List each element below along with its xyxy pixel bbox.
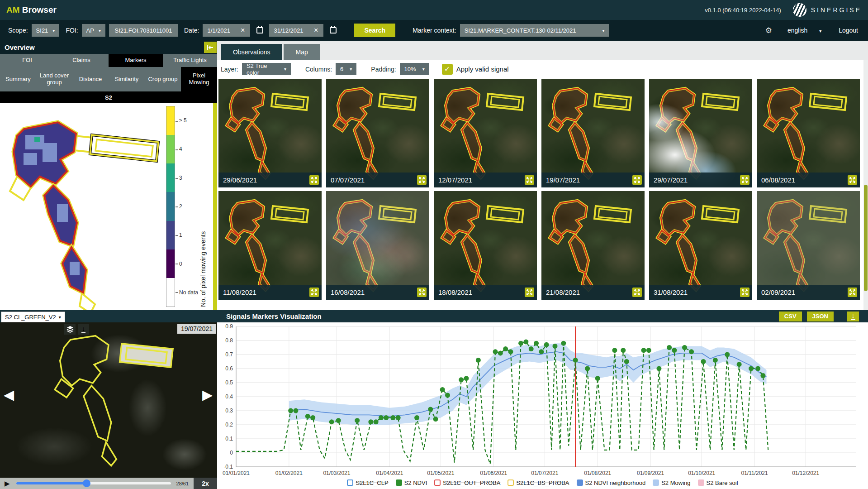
tab-crop-group[interactable]: Crop group xyxy=(145,67,181,91)
play-button[interactable]: ▶ xyxy=(5,479,10,488)
json-export-button[interactable]: JSON xyxy=(807,312,834,321)
panel-splitter-handle[interactable] xyxy=(213,103,217,310)
timelapse-date: 19/07/2021 xyxy=(177,324,216,334)
observation-card[interactable]: 31/08/2021 xyxy=(649,191,752,300)
legend-item[interactable]: S2L1C_OUT_PROBA xyxy=(434,479,500,486)
tab-claims[interactable]: Claims xyxy=(54,54,109,67)
expand-image-button[interactable] xyxy=(740,175,749,185)
pixel-mowing-map[interactable]: ≥ 5 4 3 2 1 0 No data No. of pixel mowin… xyxy=(0,103,217,310)
signals-chart[interactable]: 0.90.80.70.60.50.40.30.20.10-0.101/01/20… xyxy=(217,322,868,478)
previous-frame-button[interactable]: ◀ xyxy=(4,388,14,402)
tab-markers[interactable]: Markers xyxy=(109,54,163,67)
legend-label: S2L1C_OUT_PROBA xyxy=(443,479,500,486)
collapse-panel-button[interactable] xyxy=(204,42,217,53)
observation-card[interactable]: 29/07/2021 xyxy=(649,79,752,187)
tab-distance[interactable]: Distance xyxy=(72,67,109,91)
ndvi-point xyxy=(682,345,687,350)
language-select[interactable]: english ▾ xyxy=(787,27,821,34)
expand-image-button[interactable] xyxy=(848,175,857,185)
next-frame-button[interactable]: ▶ xyxy=(202,388,213,402)
app-title-browser: Browser xyxy=(22,5,57,14)
observation-card[interactable]: 21/08/2021 xyxy=(541,191,645,300)
tab-foi[interactable]: FOI xyxy=(0,54,54,67)
layers-button[interactable] xyxy=(64,324,76,335)
gear-icon[interactable]: ⚙ xyxy=(765,26,772,35)
timelapse-map[interactable] xyxy=(0,322,217,478)
foi-type-value: AP xyxy=(86,27,94,34)
search-button[interactable]: Search xyxy=(354,24,395,37)
legend-item[interactable]: S2L1C_BS_PROBA xyxy=(508,479,569,486)
tab-land-cover-group[interactable]: Land cover group xyxy=(36,67,72,91)
ndvi-point xyxy=(544,342,549,347)
observation-card[interactable]: 29/06/2021 xyxy=(218,79,322,187)
apply-valid-signal-checkbox[interactable]: ✓ xyxy=(442,64,453,75)
colorbar-label: 4 xyxy=(179,134,198,163)
speed-button[interactable]: 2x xyxy=(194,478,217,489)
legend-label: S2L1C_CLP xyxy=(356,479,388,486)
app-title: AM Browser xyxy=(6,5,57,15)
observation-card[interactable]: 19/07/2021 xyxy=(541,79,645,187)
expand-image-button[interactable] xyxy=(525,175,534,185)
expand-image-button[interactable] xyxy=(417,288,427,297)
date-from-input[interactable]: 1/1/2021 × xyxy=(203,24,250,37)
calendar-from-button[interactable] xyxy=(254,24,266,36)
calendar-to-button[interactable] xyxy=(327,24,339,36)
legend-item[interactable]: S2 Mowing xyxy=(653,479,690,486)
chevron-down-icon: ▾ xyxy=(59,315,61,320)
download-frame-button[interactable]: ↓ xyxy=(78,324,89,335)
timelapse-slider[interactable] xyxy=(16,482,171,484)
expand-image-button[interactable] xyxy=(740,288,749,297)
legend-item[interactable]: S2 NDVI xyxy=(396,479,427,486)
expand-image-button[interactable] xyxy=(309,175,319,185)
timelapse-layer-select[interactable]: S2 CL_GREEN_V2 ▾ xyxy=(1,312,65,322)
observation-card[interactable]: 06/08/2021 xyxy=(757,79,860,187)
expand-image-button[interactable] xyxy=(417,175,427,185)
grid-scrollbar-thumb[interactable] xyxy=(864,185,868,291)
tab-map[interactable]: Map xyxy=(284,44,319,60)
padding-select[interactable]: 10% ▾ xyxy=(400,63,429,75)
tab-summary[interactable]: Summary xyxy=(0,67,36,91)
download-chart-button[interactable]: ↓ xyxy=(847,312,859,321)
clear-date-from-icon[interactable]: × xyxy=(240,26,246,34)
tab-traffic-lights[interactable]: Traffic Lights xyxy=(163,54,217,67)
observation-card[interactable]: 18/08/2021 xyxy=(434,191,537,300)
tab-pixel-mowing[interactable]: Pixel Mowing xyxy=(181,67,217,91)
clear-date-to-icon[interactable]: × xyxy=(313,26,319,34)
observation-card[interactable]: 12/07/2021 xyxy=(434,79,537,187)
observation-card[interactable]: 16/08/2021 xyxy=(326,191,429,300)
tab-similarity[interactable]: Similarity xyxy=(109,67,145,91)
grid-scrollbar[interactable] xyxy=(863,60,868,310)
expand-image-button[interactable] xyxy=(632,175,642,185)
chevron-down-icon: ▾ xyxy=(422,67,425,72)
observation-card[interactable]: 11/08/2021 xyxy=(218,191,322,300)
slider-fill xyxy=(16,482,86,484)
overview-title: Overview xyxy=(5,43,35,51)
slider-thumb[interactable] xyxy=(83,479,90,487)
observation-card[interactable]: 02/09/2021 xyxy=(757,191,860,300)
ndvi-point xyxy=(445,393,450,398)
date-to-input[interactable]: 31/12/2021 × xyxy=(269,24,323,37)
legend-item[interactable]: S2L1C_CLP xyxy=(347,479,388,486)
observation-card[interactable]: 07/07/2021 xyxy=(326,79,429,187)
ndvi-point xyxy=(459,377,464,382)
chevron-down-icon: ▾ xyxy=(99,28,101,33)
scope-select[interactable]: SI21 ▾ xyxy=(32,24,60,37)
marker-context-select[interactable]: SI21.MARKER_CONTEXT.130 02/11/2021 ▾ xyxy=(460,24,609,37)
colorbar-segment xyxy=(166,192,175,221)
expand-image-button[interactable] xyxy=(525,288,534,297)
csv-export-button[interactable]: CSV xyxy=(779,312,802,321)
ndvi-point xyxy=(585,366,590,371)
ndvi-point xyxy=(384,415,389,420)
columns-select[interactable]: 6 ▾ xyxy=(336,63,356,75)
foi-type-select[interactable]: AP ▾ xyxy=(82,24,105,37)
expand-image-button[interactable] xyxy=(309,288,319,297)
foi-id-input[interactable]: SI21.FOI.7031011001 xyxy=(109,24,178,37)
layer-select[interactable]: S2 True color ▾ xyxy=(242,63,291,75)
tab-observations[interactable]: Observations xyxy=(221,44,282,60)
expand-image-button[interactable] xyxy=(848,288,857,297)
legend-item[interactable]: S2 Bare soil xyxy=(698,479,738,486)
expand-image-button[interactable] xyxy=(632,288,642,297)
logout-button[interactable]: Logout xyxy=(839,27,858,34)
language-value: english xyxy=(787,27,807,34)
legend-item[interactable]: S2 NDVI neighborhood xyxy=(577,479,646,486)
